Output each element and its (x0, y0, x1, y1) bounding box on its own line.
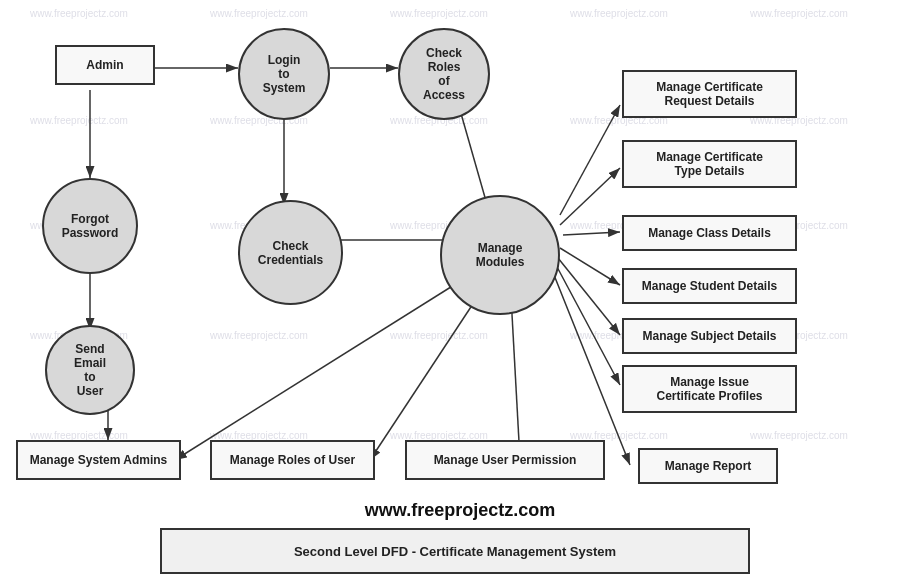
watermark-2: www.freeprojectz.com (210, 8, 308, 19)
svg-line-10 (560, 168, 620, 225)
footer-website: www.freeprojectz.com (270, 500, 650, 521)
login-label: Login to System (263, 53, 306, 95)
check-credentials-node: Check Credentials (238, 200, 343, 305)
watermark-25: www.freeprojectz.com (750, 430, 848, 441)
forgot-password-node: Forgot Password (42, 178, 138, 274)
svg-line-13 (558, 258, 620, 335)
send-email-node: Send Email to User (45, 325, 135, 415)
svg-line-9 (560, 105, 620, 215)
svg-line-15 (552, 270, 630, 465)
check-roles-label: Check Roles of Access (423, 46, 465, 102)
manage-roles-label: Manage Roles of User (230, 453, 355, 467)
watermark-17: www.freeprojectz.com (210, 330, 308, 341)
manage-issue-cert-label: Manage Issue Certificate Profiles (656, 375, 762, 403)
manage-cert-request-label: Manage Certificate Request Details (656, 80, 763, 108)
watermark-1: www.freeprojectz.com (30, 8, 128, 19)
watermark-3: www.freeprojectz.com (390, 8, 488, 19)
manage-system-admins-label: Manage System Admins (30, 453, 168, 467)
manage-user-permission-label: Manage User Permission (434, 453, 577, 467)
watermark-6: www.freeprojectz.com (30, 115, 128, 126)
check-credentials-label: Check Credentials (258, 239, 323, 267)
manage-report-node: Manage Report (638, 448, 778, 484)
manage-class-node: Manage Class Details (622, 215, 797, 251)
manage-subject-label: Manage Subject Details (642, 329, 776, 343)
footer-title-box: Second Level DFD - Certificate Managemen… (160, 528, 750, 574)
svg-line-11 (563, 232, 620, 235)
watermark-4: www.freeprojectz.com (570, 8, 668, 19)
admin-node: Admin (55, 45, 155, 85)
watermark-5: www.freeprojectz.com (750, 8, 848, 19)
footer-title: Second Level DFD - Certificate Managemen… (294, 544, 616, 559)
manage-student-label: Manage Student Details (642, 279, 777, 293)
check-roles-node: Check Roles of Access (398, 28, 490, 120)
login-node: Login to System (238, 28, 330, 120)
manage-cert-type-node: Manage Certificate Type Details (622, 140, 797, 188)
manage-class-label: Manage Class Details (648, 226, 771, 240)
manage-roles-node: Manage Roles of User (210, 440, 375, 480)
admin-label: Admin (86, 58, 123, 72)
send-email-label: Send Email to User (74, 342, 106, 398)
manage-user-permission-node: Manage User Permission (405, 440, 605, 480)
manage-system-admins-node: Manage System Admins (16, 440, 181, 480)
svg-line-14 (556, 265, 620, 385)
website-label: www.freeprojectz.com (365, 500, 555, 520)
manage-report-label: Manage Report (665, 459, 752, 473)
forgot-password-label: Forgot Password (62, 212, 119, 240)
manage-issue-cert-node: Manage Issue Certificate Profiles (622, 365, 797, 413)
manage-cert-request-node: Manage Certificate Request Details (622, 70, 797, 118)
svg-line-12 (560, 248, 620, 285)
diagram: www.freeprojectz.com www.freeprojectz.co… (0, 0, 916, 587)
manage-student-node: Manage Student Details (622, 268, 797, 304)
manage-cert-type-label: Manage Certificate Type Details (656, 150, 763, 178)
manage-modules-node: Manage Modules (440, 195, 560, 315)
manage-subject-node: Manage Subject Details (622, 318, 797, 354)
manage-modules-label: Manage Modules (476, 241, 525, 269)
svg-line-16 (175, 275, 470, 460)
watermark-18: www.freeprojectz.com (390, 330, 488, 341)
